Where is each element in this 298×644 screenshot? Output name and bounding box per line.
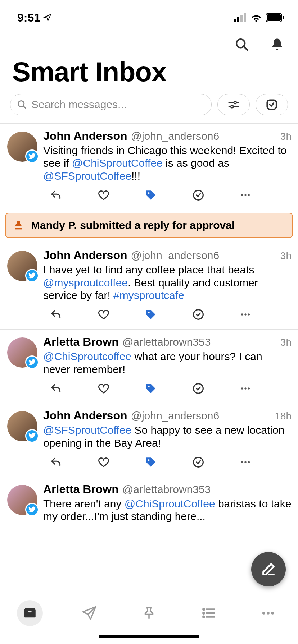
avatar[interactable]: [7, 337, 37, 368]
reply-button[interactable]: [50, 189, 63, 202]
mention-link[interactable]: @ChiSproutcoffee: [43, 350, 131, 362]
svg-point-27: [241, 387, 243, 389]
svg-point-14: [148, 192, 150, 194]
svg-point-39: [203, 609, 204, 610]
twitter-badge-icon: [25, 503, 39, 516]
filter-button[interactable]: [217, 94, 250, 115]
message-time: 18h: [275, 410, 292, 422]
svg-point-33: [244, 461, 246, 463]
compose-icon: [261, 561, 276, 577]
message-time: 3h: [280, 131, 292, 142]
svg-point-41: [203, 616, 204, 618]
svg-point-18: [248, 194, 250, 196]
message-text: I have yet to find any coffee place that…: [43, 263, 292, 302]
more-button[interactable]: [239, 308, 252, 321]
mention-link[interactable]: @ChiSproutCoffee: [125, 498, 215, 510]
message-item[interactable]: John Anderson@john_anderson63hI have yet…: [0, 243, 298, 329]
more-button[interactable]: [239, 189, 252, 202]
author-handle: @arlettabrown353: [122, 483, 292, 496]
author-handle: @john_anderson6: [131, 410, 271, 422]
avatar[interactable]: [7, 132, 37, 162]
location-icon: [43, 13, 52, 22]
search-icon: [17, 100, 27, 110]
compose-button[interactable]: [251, 552, 286, 586]
select-toggle-button[interactable]: [256, 94, 288, 115]
complete-button[interactable]: [192, 189, 205, 202]
avatar[interactable]: [7, 411, 37, 441]
mention-link[interactable]: @ChiSproutCoffee: [72, 157, 163, 169]
avatar[interactable]: [7, 251, 37, 281]
svg-point-30: [148, 459, 150, 461]
reply-button[interactable]: [50, 382, 63, 395]
like-button[interactable]: [97, 308, 110, 321]
tag-button[interactable]: [144, 456, 157, 469]
message-item[interactable]: Arletta Brown@arlettabrown3533h@ChiSprou…: [0, 330, 298, 403]
tag-button[interactable]: [144, 308, 157, 321]
twitter-badge-icon: [25, 355, 39, 369]
svg-point-16: [241, 194, 243, 196]
svg-point-42: [262, 612, 265, 615]
tag-button[interactable]: [144, 382, 157, 395]
svg-point-17: [244, 194, 246, 196]
complete-button[interactable]: [192, 308, 205, 321]
tab-inbox[interactable]: [17, 600, 43, 626]
message-text: Visiting friends in Chicago this weekend…: [43, 144, 292, 182]
like-button[interactable]: [97, 382, 110, 395]
complete-button[interactable]: [192, 382, 205, 395]
message-item[interactable]: John Anderson@john_anderson63hVisiting f…: [0, 124, 298, 210]
author-name: John Anderson: [43, 249, 127, 262]
approval-banner[interactable]: Mandy P. submitted a reply for approval: [5, 213, 293, 238]
search-placeholder: Search messages...: [31, 98, 127, 111]
inbox-icon: [22, 606, 37, 621]
more-button[interactable]: [239, 456, 252, 469]
svg-point-40: [203, 612, 204, 614]
svg-rect-3: [244, 13, 246, 22]
message-item[interactable]: John Anderson@john_anderson618h@SFSprout…: [0, 403, 298, 477]
svg-point-23: [244, 314, 246, 316]
author-name: John Anderson: [43, 409, 127, 422]
tab-more[interactable]: [255, 600, 281, 626]
svg-point-24: [248, 314, 250, 316]
dots-icon: [261, 606, 276, 621]
mention-link[interactable]: @SFSproutCoffee: [43, 424, 131, 436]
complete-button[interactable]: [192, 456, 205, 469]
svg-point-12: [231, 105, 233, 108]
svg-rect-5: [267, 14, 281, 21]
svg-rect-1: [237, 17, 239, 22]
svg-point-44: [271, 612, 274, 615]
message-text: There aren't any @ChiSproutCoffee barist…: [43, 497, 292, 523]
tab-send[interactable]: [76, 600, 102, 626]
search-icon[interactable]: [235, 37, 249, 52]
message-time: 3h: [280, 250, 292, 262]
tag-button[interactable]: [144, 189, 157, 202]
search-input[interactable]: Search messages...: [10, 94, 212, 115]
bell-icon[interactable]: [270, 37, 284, 52]
mention-link[interactable]: @mysproutcoffee: [43, 277, 128, 289]
checkbox-icon: [266, 98, 278, 111]
status-bar: 9:51: [0, 0, 298, 29]
message-feed: John Anderson@john_anderson63hVisiting f…: [0, 123, 298, 590]
tab-feeds[interactable]: [196, 600, 222, 626]
svg-point-28: [244, 387, 246, 389]
message-item[interactable]: Arletta Brown@arlettabrown353There aren'…: [0, 477, 298, 529]
reply-button[interactable]: [50, 456, 63, 469]
avatar[interactable]: [7, 485, 37, 515]
svg-point-25: [148, 386, 150, 387]
mention-link[interactable]: #mysproutcafe: [113, 289, 184, 301]
message-text: @SFSproutCoffee So happy to see a new lo…: [43, 424, 292, 449]
svg-point-32: [241, 461, 243, 463]
more-button[interactable]: [239, 382, 252, 395]
svg-rect-6: [283, 16, 284, 19]
mention-link[interactable]: @SFSproutCoffee: [43, 170, 131, 182]
twitter-badge-icon: [25, 269, 39, 282]
like-button[interactable]: [97, 456, 110, 469]
list-icon: [201, 606, 216, 621]
statusbar-time: 9:51: [17, 11, 40, 24]
page-title: Smart Inbox: [0, 56, 298, 94]
author-handle: @john_anderson6: [131, 249, 276, 262]
reply-button[interactable]: [50, 308, 63, 321]
tab-pinned[interactable]: [136, 600, 162, 626]
message-time: 3h: [280, 337, 292, 348]
like-button[interactable]: [97, 189, 110, 202]
svg-rect-0: [234, 19, 236, 22]
